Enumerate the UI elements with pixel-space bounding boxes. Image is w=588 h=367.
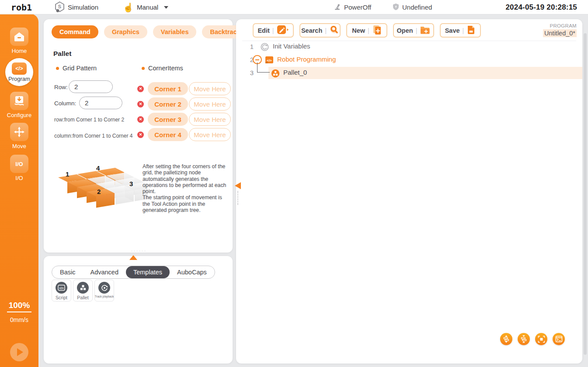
- focus-icon: [538, 336, 545, 343]
- delete-corner-icon[interactable]: ✕: [137, 132, 144, 138]
- program-code-icon: </>: [12, 62, 27, 75]
- command-panel-tabs: Command Graphics Variables Backtrace: [52, 25, 248, 38]
- save-file-icon: [466, 25, 476, 36]
- tab-aubocaps[interactable]: AuboCaps: [170, 266, 214, 278]
- program-name[interactable]: Untitled_0*: [543, 29, 577, 37]
- column-label: Column:: [54, 100, 76, 107]
- corner-4-marker: 4: [96, 164, 100, 172]
- safety-status[interactable]: Undefined: [393, 0, 432, 14]
- program-tree-panel: Edit| Search| New|: [236, 19, 582, 364]
- edit-button[interactable]: Edit|: [253, 23, 294, 38]
- line-number: 3: [246, 69, 254, 76]
- expand-panel-arrow-icon[interactable]: [129, 255, 137, 260]
- bullet-icon: [142, 67, 145, 70]
- save-button[interactable]: Save|: [440, 23, 481, 38]
- template-pallet[interactable]: Pallet: [73, 280, 93, 301]
- tab-graphics[interactable]: Graphics: [104, 25, 147, 38]
- top-header: rob1 S Simulation ☝ Manual: [0, 0, 588, 14]
- row-label: Row:: [54, 84, 68, 90]
- corner-2-button[interactable]: Corner 2: [148, 97, 188, 111]
- sidebar-item-move[interactable]: Move: [0, 123, 38, 149]
- init-variables-icon: [261, 43, 269, 53]
- svg-text:</>: </>: [59, 287, 63, 290]
- description-line-1: After setting the four corners of the gr…: [143, 163, 229, 194]
- sidebar-item-io[interactable]: I/O I/O: [0, 155, 38, 181]
- corner-items-label: CornerItems: [148, 65, 183, 72]
- sidebar-item-label: Configure: [7, 112, 31, 118]
- move-here-button[interactable]: Move Here: [189, 97, 231, 111]
- simulation-status[interactable]: S Simulation: [55, 0, 98, 14]
- simulation-icon: S: [55, 1, 65, 14]
- console-icon: [555, 336, 563, 343]
- tree-row-robot-programming[interactable]: 2 </> Robot Programming: [236, 54, 582, 66]
- delete-corner-icon[interactable]: ✕: [137, 101, 144, 107]
- tab-basic[interactable]: Basic: [52, 266, 83, 278]
- column-input[interactable]: [79, 97, 122, 109]
- move-here-button[interactable]: Move Here: [189, 128, 231, 141]
- open-folder-icon: [420, 25, 430, 36]
- tab-variables[interactable]: Variables: [153, 25, 197, 38]
- expand-all-button[interactable]: [500, 333, 512, 345]
- sidebar-item-program[interactable]: </> Program: [5, 58, 33, 86]
- corner-row-4: ✕ Corner 4 Move Here: [137, 128, 231, 141]
- play-icon: [17, 348, 23, 356]
- tab-templates[interactable]: Templates: [126, 266, 170, 278]
- tree-row-pallet[interactable]: 3 Pallet_0: [236, 67, 582, 79]
- move-here-button[interactable]: Move Here: [189, 113, 231, 126]
- collapse-all-icon: [520, 335, 527, 343]
- collapse-all-button[interactable]: [518, 333, 530, 345]
- corner-4-button[interactable]: Corner 4: [148, 128, 188, 141]
- pallet-illustration: 1 4 2 3: [48, 160, 148, 226]
- new-file-icon: [372, 24, 382, 36]
- panel-drag-dots[interactable]: ······: [131, 249, 147, 253]
- search-icon: [329, 25, 339, 36]
- svg-text:S: S: [58, 4, 61, 9]
- home-icon: [10, 28, 28, 46]
- tab-advanced[interactable]: Advanced: [83, 266, 126, 278]
- tree-node-label: Init Variables: [273, 42, 310, 50]
- column-hint: column:from Corner 1 to Corner 4: [54, 133, 132, 139]
- console-log-button[interactable]: [553, 333, 565, 345]
- sidebar-item-label: Move: [12, 143, 26, 149]
- collapse-panel-arrow-icon[interactable]: [235, 182, 241, 189]
- new-button[interactable]: New|: [346, 23, 387, 38]
- safety-label: Undefined: [402, 3, 432, 11]
- play-button[interactable]: [10, 343, 28, 361]
- template-label: Pallet: [77, 295, 88, 300]
- search-button[interactable]: Search|: [299, 23, 341, 38]
- chevron-down-icon: [164, 6, 168, 9]
- configure-book-icon: [10, 92, 28, 110]
- sidebar-item-label: Home: [12, 48, 27, 54]
- corner-3-button[interactable]: Corner 3: [148, 113, 188, 126]
- sidebar-item-configure[interactable]: Configure: [0, 92, 38, 118]
- robot-name: rob1: [11, 0, 32, 14]
- grid-pattern-section: Grid Pattern: [56, 65, 97, 72]
- speed-percent[interactable]: 100%: [0, 301, 38, 312]
- focus-node-button[interactable]: [535, 333, 547, 345]
- move-here-button[interactable]: Move Here: [189, 82, 231, 95]
- tree-row-init-variables[interactable]: 1 Init Variables: [236, 41, 582, 53]
- delete-corner-icon[interactable]: ✕: [137, 116, 144, 123]
- row-input[interactable]: [69, 80, 113, 93]
- robot-power-icon: [334, 3, 341, 12]
- tree-connector-line: [257, 62, 270, 73]
- open-button[interactable]: Open|: [393, 23, 434, 38]
- tab-command[interactable]: Command: [52, 25, 98, 38]
- corner-1-button[interactable]: Corner 1: [148, 82, 188, 95]
- corner-3-marker: 3: [129, 180, 133, 187]
- sidebar-item-home[interactable]: Home: [0, 28, 38, 54]
- power-status[interactable]: PowerOff: [334, 0, 371, 14]
- template-track-playback[interactable]: Track playback: [94, 280, 114, 301]
- mode-selector[interactable]: ☝ Manual: [123, 0, 168, 14]
- delete-corner-icon[interactable]: ✕: [137, 86, 144, 92]
- collapse-panel-dots: [237, 191, 238, 205]
- template-script[interactable]: </> Script: [52, 280, 71, 301]
- expand-all-icon: [503, 335, 510, 343]
- selected-row-highlight: [268, 67, 582, 79]
- tree-node-label: Robot Programming: [277, 55, 336, 63]
- row-hint: row:from Corner 1 to Corner 2: [54, 117, 124, 123]
- template-label: Script: [56, 295, 67, 300]
- search-button-label: Search: [301, 27, 322, 34]
- window-scrollbar[interactable]: [584, 33, 587, 355]
- new-button-label: New: [352, 27, 365, 34]
